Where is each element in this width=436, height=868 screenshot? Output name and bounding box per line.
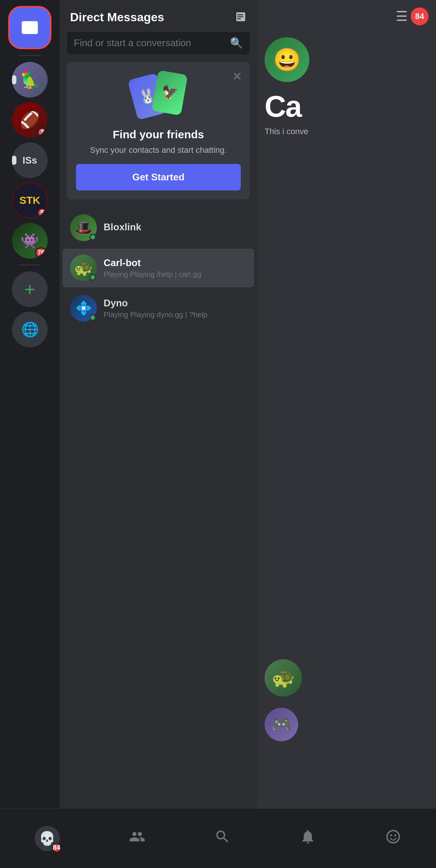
nav-home[interactable]: 💀 84	[27, 822, 67, 855]
bloxlink-name: Bloxlink	[104, 221, 247, 233]
dm-item-carlbot[interactable]: 🐢 Carl-bot Playing Playing /help | carl.…	[63, 249, 254, 287]
dyno-status: Playing Playing dyno.gg | ?help	[104, 310, 247, 319]
dm-title: Direct Messages	[70, 10, 164, 24]
bloxlink-avatar: 🎩	[70, 214, 97, 241]
dyno-avatar-icon: 💠	[75, 300, 92, 316]
dyno-avatar: 💠	[70, 295, 97, 322]
carlbot-avatar: 🐢	[70, 255, 97, 281]
search-input[interactable]	[74, 37, 226, 49]
dyno-info: Dyno Playing Playing dyno.gg | ?help	[104, 297, 247, 319]
carlbot-avatar-icon: 🐢	[74, 259, 93, 277]
chat-header-area: ☰ 84	[396, 7, 429, 25]
svg-point-2	[394, 834, 396, 836]
server-list: 🦜 🏈 3 ISs STK 5 👾	[0, 0, 60, 808]
carlbot-info: Carl-bot Playing Playing /help | carl.gg	[104, 257, 247, 279]
server5-badge: 76	[35, 247, 47, 258]
dyno-name: Dyno	[104, 297, 247, 309]
chat-description: This i conve	[265, 127, 309, 136]
dm-item-dyno[interactable]: 💠 Dyno Playing Playing dyno.gg | ?help	[63, 289, 254, 328]
get-started-button[interactable]: Get Started	[76, 164, 241, 190]
card-illustration: ✦ 🐰 🦅	[76, 72, 241, 121]
dm-button[interactable]	[8, 6, 51, 49]
friends-icon	[129, 828, 145, 849]
dm-header: Direct Messages	[60, 0, 257, 32]
bloxlink-status-dot	[89, 234, 96, 240]
sidebar-item-server4[interactable]: STK 5	[12, 183, 48, 218]
carlbot-name: Carl-bot	[104, 257, 247, 269]
server4-label: STK	[19, 195, 40, 206]
notifications-icon	[300, 828, 316, 849]
sidebar-item-server3[interactable]: ISs	[12, 142, 48, 178]
chat-bot-avatar: 🐢	[265, 659, 302, 697]
nav-friends[interactable]	[121, 825, 153, 852]
bottom-nav: 💀 84	[0, 808, 436, 868]
sidebar-item-server1[interactable]: 🦜	[12, 62, 48, 98]
nav-search[interactable]	[207, 825, 238, 852]
dm-panel: Direct Messages 🔍 ✕ ✦ 🐰	[60, 0, 257, 808]
server2-badge: 3	[37, 127, 47, 137]
search-nav-icon	[214, 828, 231, 849]
dm-list: 🎩 Bloxlink 🐢 Carl-bot Playing Playing /h…	[60, 208, 257, 328]
home-avatar-badge: 💀 84	[35, 826, 60, 851]
svg-point-1	[390, 834, 392, 836]
chat-channel-name: Ca	[265, 89, 309, 124]
carlbot-status-dot	[89, 274, 96, 281]
dyno-status-dot	[89, 314, 96, 321]
svg-point-0	[387, 830, 399, 843]
find-friends-subtitle: Sync your contacts and start chatting.	[76, 145, 241, 155]
close-card-button[interactable]: ✕	[232, 69, 242, 83]
search-icon: 🔍	[230, 37, 243, 49]
home-badge: 84	[52, 843, 61, 853]
carlbot-status: Playing Playing /help | carl.gg	[104, 270, 247, 279]
server4-badge: 5	[37, 208, 47, 218]
bloxlink-avatar-icon: 🎩	[74, 219, 93, 237]
notification-count-badge: 84	[411, 7, 429, 25]
hamburger-with-badge[interactable]: ☰ 84	[396, 7, 429, 25]
add-server-button[interactable]: +	[12, 271, 48, 307]
server-divider	[19, 55, 41, 56]
nav-notifications[interactable]	[292, 825, 323, 852]
server3-label: ISs	[22, 155, 37, 166]
character-right: 🦅	[160, 83, 179, 102]
chat-panel: ☰ 84 😀 Ca This i conve 🐢	[257, 0, 436, 808]
dm-item-bloxlink[interactable]: 🎩 Bloxlink	[63, 208, 254, 247]
server-divider-2	[19, 265, 41, 265]
nav-mentions[interactable]	[377, 825, 409, 852]
mentions-icon	[385, 828, 401, 849]
chat-user-avatar: 😀	[265, 37, 309, 82]
chat-user2-avatar: 🎮	[265, 708, 298, 741]
sidebar-item-server2[interactable]: 🏈 3	[12, 102, 48, 138]
chat-content-area: 😀 Ca This i conve	[265, 37, 309, 136]
new-dm-button[interactable]	[235, 11, 247, 24]
find-friends-title: Find your friends	[76, 128, 241, 141]
discover-server-button[interactable]: 🌐	[12, 312, 48, 347]
find-friends-card: ✕ ✦ 🐰 🦅 Find your friends Sync your cont…	[67, 62, 250, 199]
search-bar[interactable]: 🔍	[67, 32, 250, 54]
sidebar-item-server5[interactable]: 👾 76	[12, 223, 48, 259]
bloxlink-info: Bloxlink	[104, 221, 247, 234]
